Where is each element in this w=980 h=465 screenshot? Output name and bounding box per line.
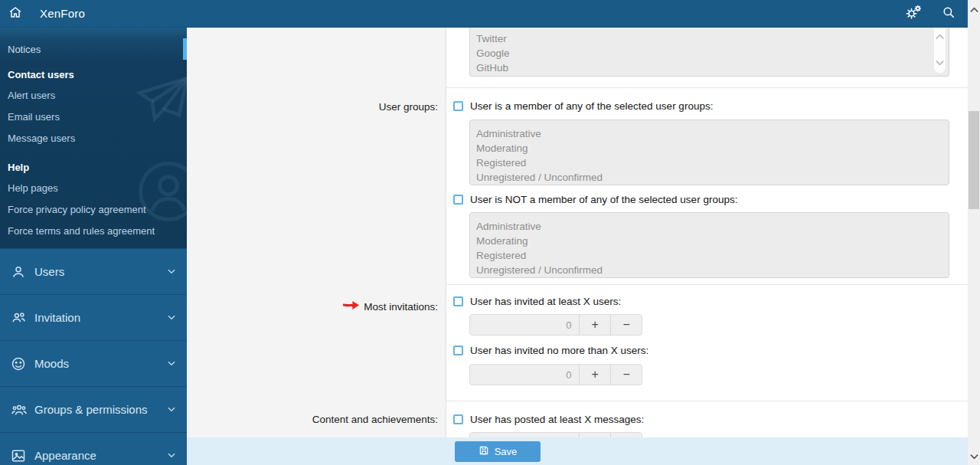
connected-accounts-multiselect[interactable]: Twitter Google GitHub xyxy=(469,28,949,77)
select-scroll-up-icon[interactable] xyxy=(936,29,944,44)
home-icon xyxy=(8,5,22,22)
checkbox-label[interactable]: User is NOT a member of any of the selec… xyxy=(470,194,737,205)
chevron-down-icon xyxy=(166,450,177,463)
sidebar-upper-panel: Notices Contact users Alert users Email … xyxy=(0,28,187,248)
form-content: Twitter Google GitHub User groups: xyxy=(187,28,968,465)
gears-icon xyxy=(905,5,922,23)
checkbox-label[interactable]: User has posted at least X messages: xyxy=(470,414,644,425)
brand-title[interactable]: XenForo xyxy=(40,7,85,20)
admin-page: XenForo xyxy=(0,0,980,465)
select-option[interactable]: GitHub xyxy=(476,61,949,75)
top-bar: XenForo xyxy=(0,0,968,28)
user-icon xyxy=(11,264,28,280)
number-input[interactable]: 0 xyxy=(470,315,579,335)
row-label: Most invitations: xyxy=(364,301,438,313)
sidebar-item-force-privacy-policy[interactable]: Force privacy policy agreement xyxy=(0,198,187,220)
sidebar-section-label: Moods xyxy=(34,357,69,370)
smiley-icon xyxy=(11,356,28,372)
chevron-down-icon xyxy=(166,266,177,279)
invited-at-least-stepper: 0 + − xyxy=(469,314,642,336)
groups-icon xyxy=(11,401,28,418)
row-label-cell xyxy=(187,28,446,88)
image-icon xyxy=(11,448,28,463)
number-input[interactable]: 0 xyxy=(470,365,579,385)
sidebar-section-invitation[interactable]: Invitation xyxy=(0,294,187,340)
select-option[interactable]: Registered xyxy=(476,248,949,263)
home-button[interactable] xyxy=(0,5,31,22)
checkbox-label[interactable]: User has invited no more than X users: xyxy=(470,345,648,356)
sidebar-item-notices[interactable]: Notices xyxy=(0,38,187,61)
invited-no-more-stepper: 0 + − xyxy=(469,364,642,385)
not-member-of-groups-checkbox[interactable] xyxy=(453,195,463,205)
checkbox-label[interactable]: User is a member of any of the selected … xyxy=(470,100,713,112)
form-row-user-groups: User groups: User is a member of any of … xyxy=(187,88,968,285)
sidebar-group-heading: Contact users xyxy=(0,61,187,84)
form-row-connected-accounts: Twitter Google GitHub xyxy=(187,28,968,88)
invited-at-least-checkbox[interactable] xyxy=(453,296,463,306)
select-option[interactable]: Moderating xyxy=(476,141,949,156)
scrollbar-thumb[interactable] xyxy=(969,111,979,209)
select-option[interactable]: Twitter xyxy=(476,31,949,46)
sidebar-item-force-terms-rules[interactable]: Force terms and rules agreement xyxy=(0,220,187,241)
sidebar: Notices Contact users Alert users Email … xyxy=(0,28,187,465)
select-option[interactable]: Unregistered / Unconfirmed xyxy=(476,263,949,277)
select-option[interactable]: Registered xyxy=(476,156,949,170)
member-groups-multiselect[interactable]: Administrative Moderating Registered Unr… xyxy=(469,120,949,185)
sidebar-section-label: Groups & permissions xyxy=(34,403,148,416)
sidebar-group-heading: Help xyxy=(0,149,187,177)
sidebar-section-label: Users xyxy=(34,265,64,278)
form-row-most-invitations: Most invitations: User has invited at le… xyxy=(187,285,968,401)
invited-no-more-checkbox[interactable] xyxy=(453,345,463,355)
scrollbar-up-button[interactable] xyxy=(968,3,980,15)
sidebar-item-message-users[interactable]: Message users xyxy=(0,127,187,149)
search-button[interactable] xyxy=(942,5,956,22)
posted-at-least-checkbox[interactable] xyxy=(453,414,463,424)
minus-icon[interactable]: − xyxy=(610,315,642,335)
checkbox-label[interactable]: User has invited at least X users: xyxy=(470,296,621,307)
sidebar-item-email-users[interactable]: Email users xyxy=(0,106,187,127)
plus-icon[interactable]: + xyxy=(579,365,610,385)
save-button[interactable]: Save xyxy=(455,441,541,462)
sidebar-item-help-pages[interactable]: Help pages xyxy=(0,177,187,198)
select-option[interactable]: Google xyxy=(476,46,949,61)
select-scroll-down-icon[interactable] xyxy=(936,55,944,70)
sidebar-item-label: Notices xyxy=(8,44,41,55)
scrollbar-down-icon xyxy=(970,449,978,463)
sidebar-accordion: Users Invitation xyxy=(0,248,187,465)
sidebar-section-label: Appearance xyxy=(34,449,96,462)
invitation-people-icon xyxy=(11,309,28,326)
select-option[interactable]: Unregistered / Unconfirmed xyxy=(476,170,949,185)
select-scrollbar[interactable] xyxy=(934,28,946,73)
select-option[interactable]: Moderating xyxy=(476,234,949,248)
sidebar-item-alert-users[interactable]: Alert users xyxy=(0,84,187,106)
floppy-save-icon xyxy=(479,445,489,458)
sidebar-section-appearance[interactable]: Appearance xyxy=(0,432,187,465)
red-arrow-annotation-icon xyxy=(342,300,360,313)
sidebar-section-groups-permissions[interactable]: Groups & permissions xyxy=(0,386,187,432)
search-icon xyxy=(942,5,956,22)
member-of-groups-checkbox[interactable] xyxy=(453,101,463,111)
sidebar-section-moods[interactable]: Moods xyxy=(0,340,187,386)
scrollbar-down-button[interactable] xyxy=(968,450,980,462)
row-label: User groups: xyxy=(187,88,446,285)
not-member-groups-multiselect[interactable]: Administrative Moderating Registered Unr… xyxy=(469,212,949,278)
minus-icon[interactable]: − xyxy=(610,365,642,385)
sidebar-section-label: Invitation xyxy=(34,311,80,324)
chevron-down-icon xyxy=(166,404,177,417)
settings-gears-button[interactable] xyxy=(905,5,922,23)
scrollbar-up-icon xyxy=(970,2,978,16)
chevron-down-icon xyxy=(166,312,177,325)
plus-icon[interactable]: + xyxy=(579,315,610,335)
save-button-label: Save xyxy=(495,446,518,457)
chevron-down-icon xyxy=(166,358,177,371)
select-option[interactable]: Administrative xyxy=(476,219,949,234)
select-option[interactable]: Administrative xyxy=(476,126,949,141)
sidebar-section-users[interactable]: Users xyxy=(0,248,187,294)
window-scrollbar[interactable] xyxy=(968,0,980,465)
save-bar: Save xyxy=(187,437,968,465)
